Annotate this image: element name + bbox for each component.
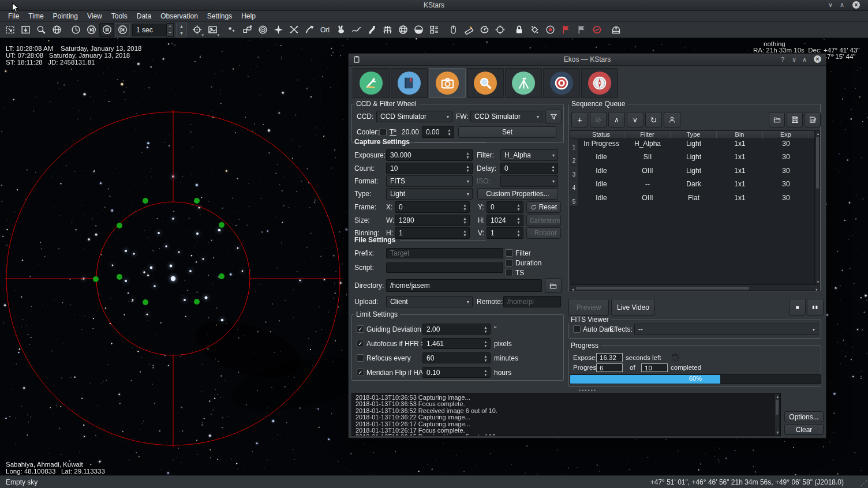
spin-arrows[interactable]: ▲▼ bbox=[515, 215, 522, 226]
queue-open-button[interactable] bbox=[769, 112, 785, 127]
sequence-queue-table[interactable]: Status Filter Type Bin Exp 1In ProgressH… bbox=[570, 130, 815, 285]
queue-header-status[interactable]: Status bbox=[578, 131, 624, 138]
table-row[interactable]: 5IdleOIIIFlat1x130 bbox=[570, 193, 814, 207]
queue-move-down-button[interactable]: ∨ bbox=[627, 112, 643, 127]
menu-pointing[interactable]: Pointing bbox=[48, 11, 83, 22]
toggle-constellation-boundaries-button[interactable] bbox=[349, 23, 364, 37]
whats-interesting-button[interactable] bbox=[446, 23, 461, 37]
download-data-button[interactable] bbox=[18, 23, 33, 37]
format-select[interactable]: FITS▾ bbox=[386, 175, 473, 187]
spin-arrows[interactable]: ▲▼ bbox=[464, 150, 472, 160]
toggle-satellites-button[interactable] bbox=[302, 23, 317, 37]
toggle-deep-sky-button[interactable] bbox=[240, 23, 255, 37]
tab-setup[interactable] bbox=[353, 68, 390, 98]
spin-arrows[interactable]: ▲▼ bbox=[482, 324, 489, 334]
ekos-maximize-button[interactable]: ∧ bbox=[799, 54, 810, 65]
live-video-button[interactable]: Live Video bbox=[611, 299, 655, 316]
scroll-down-icon[interactable]: ▾ bbox=[775, 430, 780, 435]
refocus-every-spinbox[interactable]: 60▲▼ bbox=[422, 352, 491, 363]
list-flags-button[interactable] bbox=[574, 23, 589, 37]
reset-frame-button[interactable]: Reset bbox=[526, 201, 561, 213]
ccd-select[interactable]: CCD Simulator▾ bbox=[376, 111, 452, 122]
pointing-target-button[interactable]: ▾ bbox=[189, 23, 204, 37]
scroll-down-icon[interactable]: ▾ bbox=[815, 279, 821, 284]
stop-sequence-button[interactable]: ■ bbox=[789, 299, 806, 316]
count-spinbox[interactable]: 10▲▼ bbox=[386, 163, 473, 174]
ekos-help-button[interactable]: ? bbox=[777, 54, 788, 65]
menu-tools[interactable]: Tools bbox=[107, 11, 132, 22]
frame-y-spinbox[interactable]: 0▲▼ bbox=[487, 201, 523, 213]
table-row[interactable]: 3IdleOIIILight1x130 bbox=[570, 166, 814, 179]
spin-arrows[interactable]: ▲▼ bbox=[482, 367, 489, 377]
view-options-button[interactable]: ▾ bbox=[205, 23, 220, 37]
queue-save-button[interactable] bbox=[787, 112, 803, 127]
frame-x-spinbox[interactable]: 0▲▼ bbox=[395, 201, 470, 213]
tab-scheduler[interactable] bbox=[391, 68, 428, 98]
scrollbar-thumb[interactable] bbox=[576, 287, 749, 290]
autofocus-hfr-spinbox[interactable]: 1.461▲▼ bbox=[422, 338, 491, 349]
toggle-constellation-art-button[interactable] bbox=[333, 23, 348, 37]
toggle-bright-stars-button[interactable] bbox=[271, 23, 286, 37]
scroll-up-icon[interactable]: ▴ bbox=[775, 394, 780, 399]
time-info-box[interactable]: LT: 10:28:08 AM Saturday, January 13, 20… bbox=[6, 45, 141, 66]
table-row[interactable]: 1In ProgressH_AlphaLight1x130 bbox=[570, 139, 814, 152]
set-temperature-button[interactable]: Set bbox=[458, 126, 556, 138]
auto-dark-checkbox[interactable]: ✓ bbox=[573, 325, 581, 333]
time-step-input[interactable]: 1 sec bbox=[132, 24, 167, 36]
lock-position-button[interactable] bbox=[511, 23, 526, 37]
directory-input[interactable]: /home/jasem bbox=[386, 279, 542, 292]
toggle-stars-button[interactable] bbox=[224, 23, 239, 37]
guide-deviation-checkbox[interactable]: ✓ bbox=[357, 325, 364, 333]
menu-time[interactable]: Time bbox=[24, 11, 48, 22]
toggle-horizontal-grid-button[interactable] bbox=[395, 23, 410, 37]
hips-overlay-button[interactable] bbox=[477, 23, 492, 37]
menu-data[interactable]: Data bbox=[132, 11, 156, 22]
filter-select[interactable]: H_Alpha▾ bbox=[500, 149, 558, 161]
tab-capture[interactable] bbox=[429, 68, 466, 98]
prefix-duration-checkbox[interactable]: ✓ bbox=[506, 259, 513, 266]
center-telescope-button[interactable] bbox=[492, 23, 507, 37]
queue-header-exp[interactable]: Exp bbox=[763, 131, 809, 138]
measure-angle-button[interactable] bbox=[461, 23, 476, 37]
toggle-milky-way-button[interactable] bbox=[364, 23, 379, 37]
ekos-minimize-button[interactable]: ∨ bbox=[789, 54, 799, 65]
geo-location-button[interactable] bbox=[49, 23, 64, 37]
scroll-right-icon[interactable]: ▸ bbox=[814, 287, 820, 292]
upload-select[interactable]: Client▾ bbox=[386, 296, 473, 307]
queue-horizontal-scrollbar[interactable]: ◂ ▸ bbox=[570, 286, 820, 291]
plus-icon[interactable]: + bbox=[167, 24, 173, 30]
cooler-checkbox[interactable]: ✓ bbox=[379, 129, 387, 136]
spin-arrows[interactable]: ▲▼ bbox=[515, 228, 522, 238]
resize-grip[interactable] bbox=[860, 481, 867, 487]
supernovae-button[interactable] bbox=[589, 23, 604, 37]
queue-observer-button[interactable] bbox=[664, 112, 680, 127]
sky-marker[interactable] bbox=[194, 198, 200, 204]
script-input[interactable] bbox=[386, 262, 503, 273]
exposure-spinbox[interactable]: 30.000▲▼ bbox=[386, 149, 473, 161]
guide-deviation-spinbox[interactable]: 2.00▲▼ bbox=[422, 324, 491, 335]
filter-manager-button[interactable] bbox=[545, 110, 562, 123]
sky-marker[interactable] bbox=[117, 274, 122, 280]
sky-marker[interactable] bbox=[93, 276, 99, 282]
ekos-titlebar[interactable]: Ekos — KStars ? ∨ ∧ × bbox=[349, 54, 826, 66]
fw-select[interactable]: CCD Simulator▾ bbox=[470, 111, 542, 122]
spin-arrows[interactable]: ▲▼ bbox=[482, 353, 489, 363]
ekos-close-button[interactable]: × bbox=[814, 55, 821, 63]
spin-up-icon[interactable]: ▲ bbox=[177, 23, 186, 30]
scroll-up-icon[interactable]: ▴ bbox=[815, 131, 821, 136]
toggle-solar-system-button[interactable] bbox=[255, 23, 270, 37]
spin-arrows[interactable]: ▲▼ bbox=[549, 163, 557, 174]
log-clear-button[interactable]: Clear bbox=[784, 424, 824, 435]
toggle-horizon-button[interactable] bbox=[411, 23, 426, 37]
scrollbar-thumb[interactable] bbox=[776, 400, 779, 415]
menu-view[interactable]: View bbox=[83, 11, 107, 22]
tab-align[interactable] bbox=[581, 68, 618, 98]
toggle-equatorial-grid-button[interactable] bbox=[380, 23, 395, 37]
sky-marker[interactable] bbox=[219, 222, 225, 228]
sky-marker[interactable] bbox=[194, 299, 200, 305]
delay-spinbox[interactable]: 0▲▼ bbox=[500, 163, 558, 174]
color-scheme-button[interactable] bbox=[527, 23, 542, 37]
window-minimize-button[interactable]: ∨ bbox=[825, 0, 836, 10]
menu-observation[interactable]: Observation bbox=[156, 11, 203, 22]
custom-properties-button[interactable]: Custom Properties... bbox=[477, 188, 558, 200]
